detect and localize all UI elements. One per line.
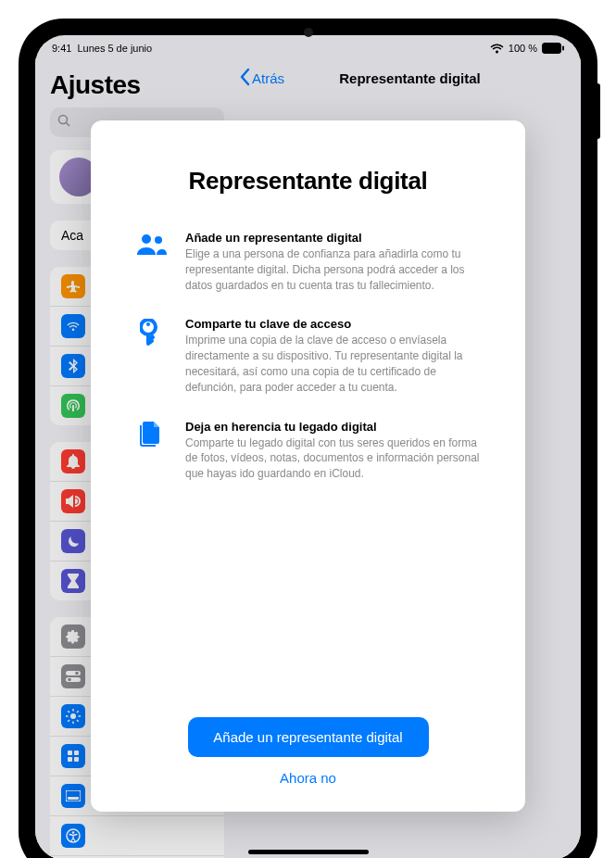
key-icon <box>135 317 169 395</box>
svg-point-35 <box>141 320 156 334</box>
add-legacy-contact-button[interactable]: Añade un representante digital <box>188 717 429 757</box>
feature-row: Deja en herencia tu legado digital Compa… <box>135 420 481 482</box>
svg-point-36 <box>146 322 150 326</box>
svg-point-34 <box>155 236 162 244</box>
not-now-button[interactable]: Ahora no <box>280 770 336 786</box>
feature-row: Comparte tu clave de acceso Imprime una … <box>135 317 481 395</box>
people-icon <box>135 231 169 293</box>
feature-heading: Deja en herencia tu legado digital <box>185 420 481 434</box>
documents-icon <box>135 420 169 482</box>
feature-row: Añade un representante digital Elige a u… <box>135 231 481 293</box>
home-indicator[interactable] <box>248 850 369 854</box>
feature-desc: Elige a una persona de confianza para añ… <box>185 246 481 293</box>
feature-desc: Imprime una copia de la clave de acceso … <box>185 333 481 395</box>
modal-sheet: Representante digital Añade un represent… <box>91 120 525 812</box>
feature-desc: Comparte tu legado digital con tus seres… <box>185 435 481 482</box>
svg-point-33 <box>142 234 151 244</box>
feature-heading: Comparte tu clave de acceso <box>185 317 481 331</box>
feature-heading: Añade un representante digital <box>185 231 481 245</box>
modal-title: Representante digital <box>135 167 481 196</box>
